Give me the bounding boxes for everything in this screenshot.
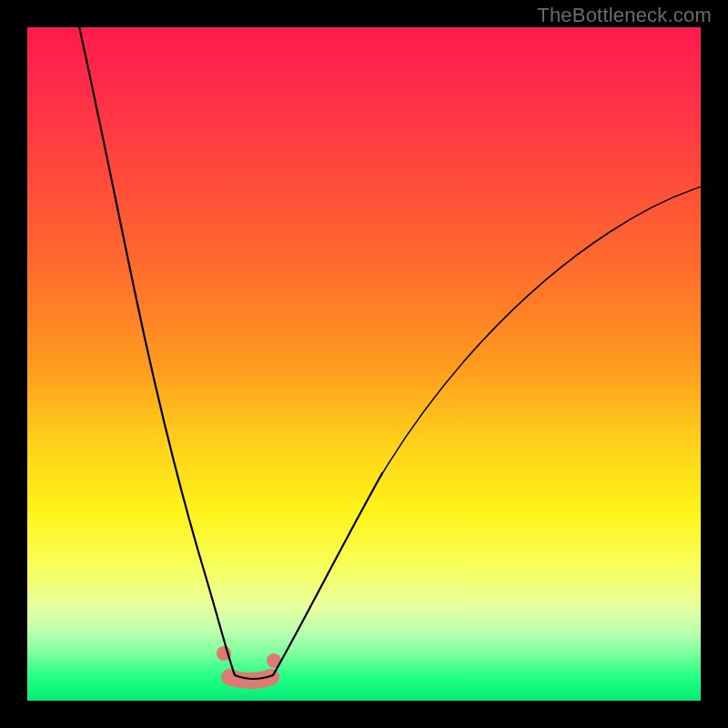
curve-layer — [27, 27, 701, 701]
curve-left-branch — [77, 27, 235, 675]
chart-stage: TheBottleneck.com — [0, 0, 728, 728]
curve-right-branch-a — [273, 473, 382, 675]
curve-right-branch-b — [380, 184, 701, 477]
watermark-text: TheBottleneck.com — [537, 4, 712, 27]
plot-panel — [27, 27, 701, 701]
